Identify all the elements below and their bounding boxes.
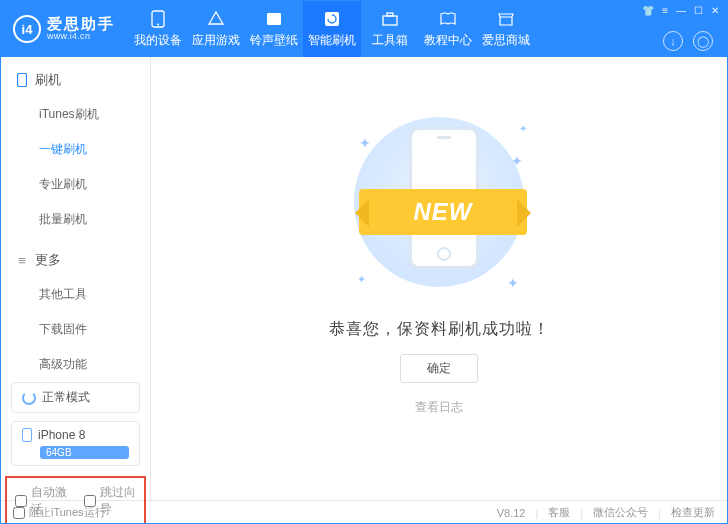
checkbox-label: 自动激活 (31, 484, 68, 518)
phone-icon (149, 10, 167, 28)
divider: | (535, 507, 538, 519)
success-illustration: ✦ ✦ ✦ ✦ ✦ NEW (339, 105, 539, 295)
sidebar-item-oneclick-flash[interactable]: 一键刷机 (1, 132, 150, 167)
device-mode-box[interactable]: 正常模式 (11, 382, 140, 413)
checkbox-input[interactable] (15, 495, 27, 507)
device-info-box[interactable]: iPhone 8 64GB (11, 421, 140, 466)
app-header: i4 爱思助手 www.i4.cn 我的设备 应用游戏 铃声壁纸 智能刷机 工具… (1, 1, 727, 57)
nav-apps-games[interactable]: 应用游戏 (187, 1, 245, 57)
top-nav: 我的设备 应用游戏 铃声壁纸 智能刷机 工具箱 教程中心 爱思商城 (129, 1, 535, 57)
nav-tutorials[interactable]: 教程中心 (419, 1, 477, 57)
apps-icon (207, 10, 225, 28)
checkbox-skip-guide[interactable]: 跳过向导 (84, 484, 137, 518)
mode-icon (22, 391, 36, 405)
svg-rect-6 (18, 74, 27, 87)
svg-rect-3 (325, 12, 339, 26)
footer-right: V8.12 | 客服 | 微信公众号 | 检查更新 (497, 505, 715, 520)
image-icon (265, 10, 283, 28)
more-icon: ≡ (15, 253, 29, 267)
download-button[interactable]: ↓ (663, 31, 683, 51)
sparkle-icon: ✦ (519, 123, 527, 134)
logo-text: 爱思助手 www.i4.cn (47, 16, 115, 42)
svg-rect-5 (387, 13, 393, 16)
toolbox-icon (381, 10, 399, 28)
wechat-link[interactable]: 微信公众号 (593, 505, 648, 520)
tshirt-icon[interactable]: 👕 (642, 5, 654, 16)
view-log-link[interactable]: 查看日志 (415, 399, 463, 416)
nav-label: 我的设备 (134, 32, 182, 49)
nav-label: 智能刷机 (308, 32, 356, 49)
device-icon (15, 73, 29, 87)
app-logo: i4 爱思助手 www.i4.cn (1, 1, 129, 57)
nav-label: 工具箱 (372, 32, 408, 49)
section-title-label: 刷机 (35, 71, 61, 89)
sparkle-icon: ✦ (507, 275, 519, 291)
mode-label: 正常模式 (42, 389, 90, 406)
checkbox-auto-activate[interactable]: 自动激活 (15, 484, 68, 518)
check-update-link[interactable]: 检查更新 (671, 505, 715, 520)
sidebar-item-other-tools[interactable]: 其他工具 (1, 277, 150, 312)
storage-badge: 64GB (40, 446, 129, 459)
section-title-label: 更多 (35, 251, 61, 269)
store-icon (497, 10, 515, 28)
success-message: 恭喜您，保资料刷机成功啦！ (329, 319, 550, 340)
sidebar-item-download-firmware[interactable]: 下载固件 (1, 312, 150, 347)
main-content: ✦ ✦ ✦ ✦ ✦ NEW 恭喜您，保资料刷机成功啦！ 确定 查看日志 (151, 57, 727, 500)
svg-rect-2 (267, 13, 281, 25)
close-icon[interactable]: ✕ (711, 5, 719, 16)
svg-point-1 (157, 23, 159, 25)
confirm-button[interactable]: 确定 (400, 354, 478, 383)
sidebar-item-pro-flash[interactable]: 专业刷机 (1, 167, 150, 202)
support-link[interactable]: 客服 (548, 505, 570, 520)
sidebar-item-itunes-flash[interactable]: iTunes刷机 (1, 97, 150, 132)
nav-label: 应用游戏 (192, 32, 240, 49)
divider: | (658, 507, 661, 519)
sidebar-item-batch-flash[interactable]: 批量刷机 (1, 202, 150, 237)
menu-icon[interactable]: ≡ (662, 5, 668, 16)
device-name: iPhone 8 (38, 428, 85, 442)
checkbox-input[interactable] (84, 495, 96, 507)
maximize-icon[interactable]: ☐ (694, 5, 703, 16)
phone-small-icon (22, 428, 32, 442)
nav-smart-flash[interactable]: 智能刷机 (303, 1, 361, 57)
header-round-buttons: ↓ ◯ (663, 31, 713, 51)
app-subtitle: www.i4.cn (47, 32, 115, 42)
new-ribbon: NEW (359, 189, 527, 235)
nav-label: 铃声壁纸 (250, 32, 298, 49)
flash-icon (323, 10, 341, 28)
nav-label: 教程中心 (424, 32, 472, 49)
minimize-icon[interactable]: — (676, 5, 686, 16)
window-controls: 👕 ≡ — ☐ ✕ (642, 5, 719, 16)
divider: | (580, 507, 583, 519)
book-icon (439, 10, 457, 28)
sidebar-section-more: ≡ 更多 (1, 237, 150, 277)
sidebar: 刷机 iTunes刷机 一键刷机 专业刷机 批量刷机 ≡ 更多 其他工具 下载固… (1, 57, 151, 500)
sparkle-icon: ✦ (359, 135, 371, 151)
nav-store[interactable]: 爱思商城 (477, 1, 535, 57)
nav-my-device[interactable]: 我的设备 (129, 1, 187, 57)
app-title: 爱思助手 (47, 16, 115, 33)
checkbox-label: 跳过向导 (100, 484, 137, 518)
version-label: V8.12 (497, 507, 526, 519)
sparkle-icon: ✦ (357, 273, 366, 286)
options-highlight-box: 自动激活 跳过向导 (5, 476, 146, 524)
sparkle-icon: ✦ (511, 153, 523, 169)
nav-toolbox[interactable]: 工具箱 (361, 1, 419, 57)
nav-ringtones-wallpapers[interactable]: 铃声壁纸 (245, 1, 303, 57)
nav-label: 爱思商城 (482, 32, 530, 49)
user-button[interactable]: ◯ (693, 31, 713, 51)
sidebar-item-advanced[interactable]: 高级功能 (1, 347, 150, 382)
logo-icon: i4 (13, 15, 41, 43)
sidebar-section-flash: 刷机 (1, 57, 150, 97)
svg-rect-4 (383, 16, 397, 25)
